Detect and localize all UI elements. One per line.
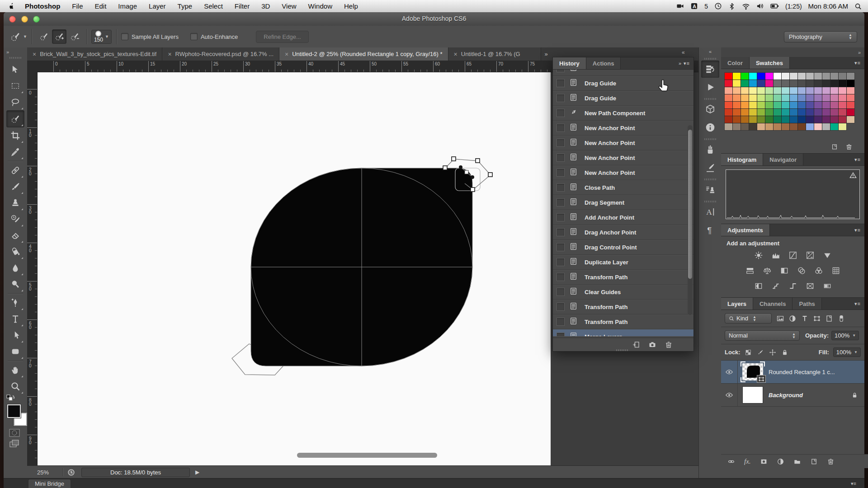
close-tab-icon[interactable]: × bbox=[285, 51, 288, 58]
close-tab-icon[interactable]: × bbox=[33, 51, 36, 58]
adj-exposure-icon[interactable] bbox=[803, 249, 817, 261]
dock-grip[interactable] bbox=[704, 138, 716, 140]
color-swatch[interactable] bbox=[725, 102, 732, 108]
adj-vibrance-icon[interactable] bbox=[821, 249, 834, 261]
blur-tool[interactable] bbox=[7, 260, 24, 276]
link-layers-icon[interactable] bbox=[727, 458, 735, 465]
history-menu-icon[interactable]: » ▾≡ bbox=[679, 57, 693, 69]
kind-type-icon[interactable] bbox=[801, 314, 809, 323]
color-swatch[interactable] bbox=[814, 102, 822, 108]
refine-edge-button[interactable]: Refine Edge... bbox=[256, 31, 308, 43]
color-swatch[interactable] bbox=[741, 116, 749, 123]
history-snapshot-checkbox[interactable] bbox=[557, 318, 565, 326]
panel-icon-info[interactable] bbox=[701, 119, 719, 136]
history-snapshot-checkbox[interactable] bbox=[557, 273, 565, 281]
foreground-color-well[interactable] bbox=[7, 404, 21, 418]
color-swatch[interactable] bbox=[757, 87, 765, 94]
add-adjustment-icon[interactable] bbox=[777, 458, 784, 465]
color-swatch[interactable] bbox=[798, 123, 806, 130]
color-swatch[interactable] bbox=[749, 123, 757, 130]
color-swatch[interactable] bbox=[790, 102, 797, 108]
history-tab-history[interactable]: History bbox=[553, 57, 586, 69]
adj-hue-icon[interactable] bbox=[743, 265, 757, 277]
lasso-tool[interactable] bbox=[7, 94, 24, 110]
layer-visibility-toggle[interactable] bbox=[721, 384, 738, 406]
rounded-rectangle-tool[interactable] bbox=[7, 343, 24, 360]
close-tab-icon[interactable]: × bbox=[454, 51, 458, 58]
lock-transparency-icon[interactable] bbox=[745, 349, 752, 356]
color-swatch[interactable] bbox=[725, 80, 732, 87]
color-swatch[interactable] bbox=[765, 87, 773, 94]
color-swatch[interactable] bbox=[765, 116, 773, 123]
tab-adjustments[interactable]: Adjustments bbox=[721, 224, 770, 236]
color-swatch[interactable] bbox=[733, 116, 741, 123]
panel-icon-paragraph[interactable]: ¶ bbox=[701, 221, 719, 239]
adj-curves-icon[interactable] bbox=[786, 249, 800, 261]
color-swatch[interactable] bbox=[798, 109, 806, 116]
color-swatch[interactable] bbox=[782, 94, 789, 101]
history-item-new-anchor-point[interactable]: New Anchor Point bbox=[553, 136, 693, 150]
history-item-drag-control-point[interactable]: Drag Control Point bbox=[553, 240, 693, 255]
color-tab-swatches[interactable]: Swatches bbox=[750, 57, 790, 69]
dock-grip[interactable] bbox=[704, 58, 716, 60]
history-item-new-path-component[interactable]: New Path Component bbox=[553, 106, 693, 121]
zoom-tool[interactable] bbox=[7, 378, 24, 394]
history-item-duplicate-layer[interactable]: Duplicate Layer bbox=[553, 255, 693, 270]
anchor-handle[interactable] bbox=[476, 159, 480, 163]
color-swatch[interactable] bbox=[830, 94, 838, 101]
battery-icon-icon[interactable] bbox=[770, 2, 779, 10]
color-swatch[interactable] bbox=[733, 80, 741, 87]
history-snapshot-checkbox[interactable] bbox=[557, 183, 565, 192]
apple-menu-icon[interactable] bbox=[0, 2, 19, 10]
color-swatch[interactable] bbox=[733, 123, 741, 130]
color-swatch[interactable] bbox=[790, 94, 797, 101]
menu-3d[interactable]: 3D bbox=[255, 2, 276, 10]
color-swatch[interactable] bbox=[749, 109, 757, 116]
menu-window[interactable]: Window bbox=[302, 2, 338, 10]
new-from-state-icon[interactable] bbox=[632, 341, 640, 349]
quick-mask-icon[interactable] bbox=[9, 429, 20, 437]
fx-icon[interactable]: fx. bbox=[744, 458, 751, 465]
document-size-info[interactable]: Doc: 18.5M/0 bytes bbox=[81, 468, 190, 477]
color-swatch[interactable] bbox=[814, 116, 822, 123]
color-swatch[interactable] bbox=[774, 80, 781, 87]
color-swatch[interactable] bbox=[798, 116, 806, 123]
history-snapshot-checkbox[interactable] bbox=[557, 94, 565, 102]
menu-view[interactable]: View bbox=[276, 2, 302, 10]
tool-preset-picker[interactable]: ▼ bbox=[10, 31, 27, 42]
document-tab-1[interactable]: ×Brick_Wall_3_by_stock_pics_textures-Edi… bbox=[27, 47, 162, 61]
vertical-ruler[interactable]: 01 02 03 04 05 06 07 08 09 0 bbox=[27, 72, 38, 478]
menu-image[interactable]: Image bbox=[112, 2, 143, 10]
color-swatch[interactable] bbox=[806, 109, 814, 116]
color-swatch[interactable] bbox=[814, 73, 822, 80]
color-swatch[interactable] bbox=[774, 116, 781, 123]
color-swatch[interactable] bbox=[749, 87, 757, 94]
move-tool[interactable] bbox=[7, 61, 24, 78]
menu-help[interactable]: Help bbox=[338, 2, 364, 10]
history-item-transform-path[interactable]: Transform Path bbox=[553, 300, 693, 314]
layers-menu-icon[interactable]: ▾≡ bbox=[854, 298, 864, 310]
color-swatch[interactable] bbox=[790, 116, 797, 123]
adj-blackwhite-icon[interactable] bbox=[778, 265, 791, 277]
control-point[interactable] bbox=[471, 175, 474, 179]
bluetooth-icon-icon[interactable] bbox=[728, 3, 736, 10]
color-tab-color[interactable]: Color bbox=[721, 57, 750, 69]
color-swatch[interactable] bbox=[749, 94, 757, 101]
color-swatch[interactable] bbox=[782, 87, 789, 94]
color-swatch[interactable] bbox=[757, 94, 765, 101]
color-swatch[interactable] bbox=[782, 102, 789, 108]
fill-field[interactable]: 100% ▼ bbox=[833, 347, 861, 357]
color-swatch[interactable] bbox=[839, 73, 846, 80]
color-swatch[interactable] bbox=[765, 102, 773, 108]
warning-triangle-icon[interactable] bbox=[849, 172, 857, 179]
color-menu-icon[interactable]: ▾≡ bbox=[854, 57, 864, 69]
color-swatch[interactable] bbox=[822, 80, 830, 87]
color-swatch[interactable] bbox=[814, 87, 822, 94]
color-swatch[interactable] bbox=[830, 87, 838, 94]
menu-filter[interactable]: Filter bbox=[229, 2, 255, 10]
histogram-menu-icon[interactable]: ▾≡ bbox=[854, 154, 864, 165]
menu-layer[interactable]: Layer bbox=[143, 2, 172, 10]
color-swatch[interactable] bbox=[725, 94, 732, 101]
color-swatch[interactable] bbox=[741, 87, 749, 94]
color-swatch[interactable] bbox=[839, 116, 846, 123]
